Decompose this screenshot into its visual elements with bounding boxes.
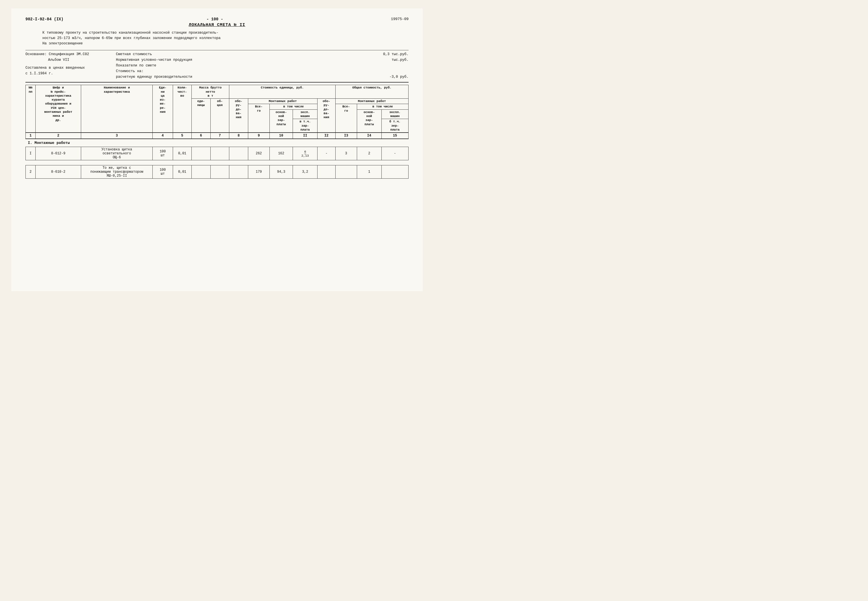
row1-col12: -: [317, 147, 335, 160]
divider1: [26, 50, 409, 50]
colnum-1: 1: [26, 133, 36, 139]
colnum-9: 9: [248, 133, 270, 139]
row1-qty: 0,01: [173, 147, 192, 160]
th-total-cost: Общая стоимость, руб.: [335, 85, 408, 99]
row2-unit: 100шт: [153, 165, 173, 178]
th-unit: Еди-ницаиз-ме-ре-ния: [153, 85, 173, 133]
row1-code: 8-612-9: [36, 147, 81, 160]
divider2: [26, 82, 409, 82]
row1-col10: 162: [270, 147, 293, 160]
colnum-4: 4: [153, 133, 173, 139]
header-top: 902-I-92-84 (IX) - 100 - 19975-09: [26, 17, 409, 21]
row2-name: То же, щитка спонижающим трансформатором…: [81, 165, 153, 178]
sostavlena-label: Составлена в ценах введенных: [26, 65, 105, 71]
row1-col13: 3: [335, 147, 357, 160]
section1-title-row: I. Монтажные работы: [26, 139, 409, 147]
spacer-row1: [26, 160, 409, 165]
osnova-value2: Альбом VII: [48, 57, 105, 63]
normativnaya-value: тыс.руб.: [392, 57, 409, 63]
row1-col11-top: 6: [304, 150, 306, 154]
colnum-8: 8: [229, 133, 248, 139]
row2-col9: 179: [248, 165, 270, 178]
doc-id: 19975-09: [366, 17, 409, 21]
smetnaya-value: 0,3 тыс.руб.: [383, 52, 409, 57]
row1-col9: 262: [248, 147, 270, 160]
row1-unit: 100шт: [153, 147, 173, 160]
th-ekspl-unit: эксп.машин: [293, 110, 317, 119]
th-mass: Масса бруттонеттов т: [192, 85, 229, 99]
th-vtom-total: в том числе: [357, 104, 408, 110]
row1-col11-frac: 6 2,13: [301, 150, 309, 157]
th-vtch-total: б т.ч.зер-плата: [381, 119, 408, 133]
th-vtch-unit: в т.ч.зар-плата: [293, 119, 317, 133]
table-row: I 8-612-9 Установка щиткаосветительногоО…: [26, 147, 409, 160]
th-obo-total: обо-ру-до-ва-ния: [317, 99, 335, 133]
th-osnov-unit: основ-нойзар-платы: [270, 110, 293, 133]
th-osnov-total: основ-нойзар-платы: [357, 110, 381, 133]
colnum-7: 7: [211, 133, 229, 139]
row1-mass-total: [211, 147, 229, 160]
row2-num: 2: [26, 165, 36, 178]
page: 902-I-92-84 (IX) - 100 - 19975-09 ЛОКАЛЬ…: [11, 9, 423, 291]
colnum-5: 5: [173, 133, 192, 139]
th-vsego-total: Все-го: [335, 104, 357, 133]
colnum-14: I4: [357, 133, 381, 139]
raschetnuyu-row: расчетную единицу производительности -3,…: [116, 74, 409, 80]
normativnaya-row: Нормативная условно-чистая продукция тыс…: [116, 57, 409, 63]
row2-col11: 3,2: [293, 165, 317, 178]
desc-line1: К типовому проекту на строительство кана…: [43, 30, 409, 36]
row2-col15: [381, 165, 408, 178]
colnum-3: 3: [81, 133, 153, 139]
normativnaya-label: Нормативная условно-чистая продукция: [116, 57, 192, 63]
raschetnuyu-label: расчетную единицу производительности: [116, 74, 192, 80]
colnum-12: I2: [317, 133, 335, 139]
colnum-2: 2: [36, 133, 81, 139]
row1-col15: -: [381, 147, 408, 160]
th-unit-cost: Стоимость единицы, руб.: [229, 85, 335, 99]
row2-col12: [317, 165, 335, 178]
row1-num: I: [26, 147, 36, 160]
row2-col14: 1: [357, 165, 381, 178]
th-name: Наименование ихарактеристика: [81, 85, 153, 133]
stoimost-label: Стоимость на:: [116, 69, 409, 74]
col-number-row: 1 2 3 4 5 6 7 8 9 10 II I2 I3 I4 15: [26, 133, 409, 139]
info-right: Сметная стоимость 0,3 тыс.руб. Нормативн…: [116, 52, 409, 80]
th-montazh-unit: Монтажных работ: [248, 99, 317, 104]
row2-col8: [229, 165, 248, 178]
th-qty: Коли-чест-во: [173, 85, 192, 133]
th-obo-rudo: обо-ру-до-ва-ния: [229, 99, 248, 133]
sostavlena-value: с 1.I.1984 г.: [26, 71, 105, 76]
desc-line2: ностью 25-173 м3/ч, напором 6-65м при вс…: [43, 36, 409, 41]
osnova-value1: Спецификация ЭМ.С02: [49, 52, 89, 56]
row1-mass-unit: [192, 147, 211, 160]
section1-title: I. Монтажные работы: [26, 139, 409, 147]
th-vtom-unit: в том числе: [270, 104, 317, 110]
row1-col11: 6 2,13: [293, 147, 317, 160]
osnova-label: Основание:: [26, 52, 47, 56]
page-number: - 100 -: [63, 17, 366, 21]
row1-col11-bot: 2,13: [301, 154, 309, 157]
row2-col13: [335, 165, 357, 178]
colnum-13: I3: [335, 133, 357, 139]
th-code: Шифр и№ прейс-характеристикакурантаобору…: [36, 85, 81, 133]
th-mass-total: об-щая: [211, 99, 229, 133]
row1-col14: 2: [357, 147, 381, 160]
th-montazh-total: Монтажных работ: [335, 99, 408, 104]
colnum-15: 15: [381, 133, 408, 139]
colnum-11: II: [293, 133, 317, 139]
row2-col10: 94,3: [270, 165, 293, 178]
osnova-row: Основание: Спецификация ЭМ.С02: [26, 52, 105, 57]
main-table: №№пп Шифр и№ прейс-характеристикакуранта…: [26, 85, 409, 178]
table-header-row1: №№пп Шифр и№ прейс-характеристикакуранта…: [26, 85, 409, 99]
table-row: 2 8-610-2 То же, щитка спонижающим транс…: [26, 165, 409, 178]
description-block: К типовому проекту на строительство кана…: [43, 30, 409, 46]
smetnaya-label: Сметная стоимость: [116, 52, 152, 57]
th-num: №№пп: [26, 85, 36, 133]
info-block: Основание: Спецификация ЭМ.С02 Альбом VI…: [26, 52, 409, 80]
row2-qty: 0,01: [173, 165, 192, 178]
row1-name: Установка щиткаосветительногоОЩ-6: [81, 147, 153, 160]
colnum-10: 10: [270, 133, 293, 139]
colnum-6: 6: [192, 133, 211, 139]
row1-col8: [229, 147, 248, 160]
th-mass-unit: еди-ницы: [192, 99, 211, 133]
